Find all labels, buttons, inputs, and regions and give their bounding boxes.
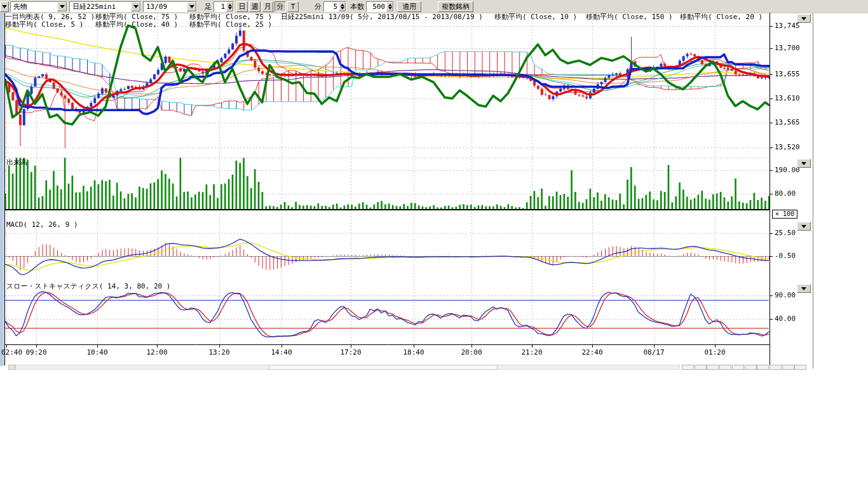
page-cell[interactable]	[732, 365, 744, 370]
hscroll-thumb[interactable]	[269, 365, 498, 370]
chart-application-window: 先物 日経225mini 13/09 足 1 日 週 月 分 T 分 5 本数 …	[0, 0, 868, 488]
page-cell[interactable]	[770, 365, 782, 370]
page-cell[interactable]	[782, 365, 794, 370]
chevron-down-icon	[801, 225, 806, 228]
stoch-panel-dropdown-button[interactable]	[797, 284, 811, 293]
chevron-down-icon	[801, 287, 806, 290]
page-cell[interactable]	[757, 365, 769, 370]
price-panel-dropdown-button[interactable]	[797, 14, 811, 23]
page-cell[interactable]	[707, 365, 719, 370]
volume-panel-dropdown-button[interactable]	[797, 159, 811, 168]
hscroll-left-button[interactable]	[8, 365, 15, 370]
chart-canvas[interactable]	[0, 0, 868, 488]
macd-panel-dropdown-button[interactable]	[797, 222, 811, 231]
page-cell[interactable]	[745, 365, 757, 370]
chevron-down-icon	[801, 17, 806, 20]
page-cell[interactable]	[719, 365, 731, 370]
chevron-down-icon	[801, 162, 806, 165]
page-cell[interactable]	[695, 365, 707, 370]
page-cell[interactable]	[794, 365, 806, 370]
page-cell[interactable]	[682, 365, 694, 370]
